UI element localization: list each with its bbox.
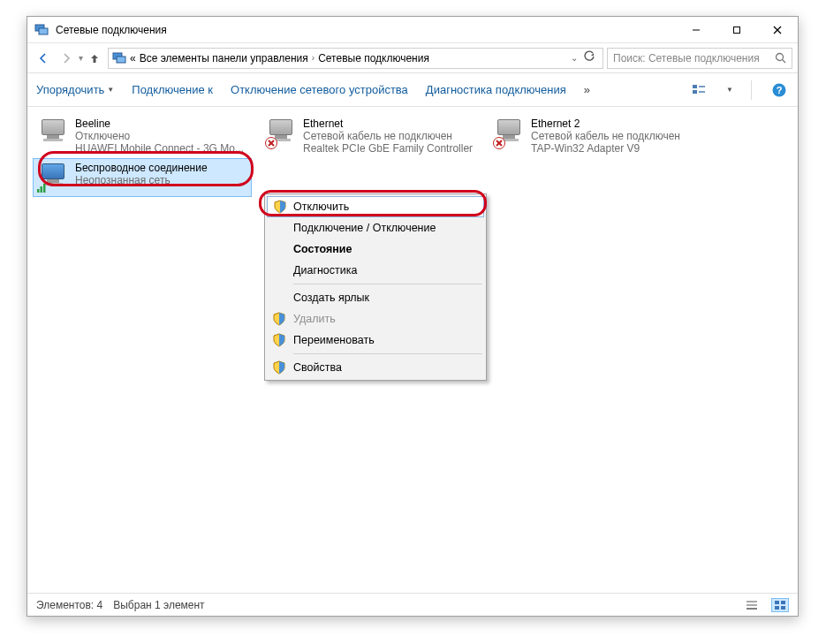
divider bbox=[751, 80, 752, 100]
shield-icon bbox=[273, 200, 287, 214]
connection-status: Сетевой кабель не подключен bbox=[531, 130, 680, 142]
connection-name: Ethernet 2 bbox=[531, 117, 680, 130]
chevron-down-icon: ▼ bbox=[107, 86, 114, 94]
network-adapter-icon bbox=[494, 117, 526, 149]
connection-status: Сетевой кабель не подключен bbox=[303, 130, 473, 142]
connection-item-wireless[interactable]: Беспроводное соединение Неопознанная сет… bbox=[33, 158, 252, 197]
svg-rect-34 bbox=[781, 606, 785, 610]
network-adapter-icon bbox=[38, 117, 70, 149]
connection-device: Realtek PCIe GbE Family Controller bbox=[303, 142, 473, 155]
breadcrumb-dropdown[interactable]: ⌄ bbox=[571, 53, 578, 63]
control-panel-icon bbox=[112, 51, 126, 65]
maximize-button[interactable] bbox=[716, 17, 757, 43]
menu-item-properties[interactable]: Свойства bbox=[267, 357, 484, 378]
command-bar: Упорядочить▼ Подключение к Отключение се… bbox=[27, 73, 798, 107]
connection-item-beeline[interactable]: Beeline Отключено HUAWEI Mobile Connect … bbox=[33, 114, 252, 158]
svg-rect-31 bbox=[775, 601, 779, 604]
nav-forward-button[interactable] bbox=[56, 48, 77, 69]
window-title: Сетевые подключения bbox=[56, 24, 676, 36]
view-dropdown-icon[interactable]: ▼ bbox=[726, 86, 733, 94]
network-adapter-icon bbox=[266, 117, 298, 149]
search-icon bbox=[775, 52, 786, 64]
disconnected-x-icon bbox=[264, 136, 278, 150]
svg-rect-32 bbox=[781, 601, 785, 604]
menu-item-status[interactable]: Состояние bbox=[267, 239, 484, 260]
chevron-right-icon: › bbox=[312, 53, 314, 63]
connection-name: Беспроводное соединение bbox=[75, 162, 208, 174]
nav-back-button[interactable] bbox=[33, 48, 54, 69]
connection-name: Beeline bbox=[75, 117, 244, 130]
signal-bars-icon bbox=[37, 182, 49, 193]
address-bar-row: ▾ « Все элементы панели управления › Сет… bbox=[27, 43, 798, 73]
content-area[interactable]: Beeline Отключено HUAWEI Mobile Connect … bbox=[27, 107, 798, 593]
menu-item-rename[interactable]: Переименовать bbox=[267, 330, 484, 351]
connect-to-button[interactable]: Подключение к bbox=[132, 83, 213, 96]
svg-rect-10 bbox=[693, 85, 697, 88]
menu-item-disable[interactable]: Отключить bbox=[267, 196, 484, 217]
connection-name: Ethernet bbox=[303, 117, 473, 130]
search-box[interactable]: Поиск: Сетевые подключения bbox=[607, 48, 792, 69]
tiles-view-button[interactable] bbox=[771, 598, 789, 612]
svg-line-9 bbox=[783, 60, 786, 64]
app-icon bbox=[34, 23, 49, 37]
window: Сетевые подключения ▾ bbox=[27, 16, 799, 617]
status-bar: Элементов: 4 Выбран 1 элемент bbox=[27, 593, 798, 616]
nav-up-button[interactable] bbox=[85, 49, 104, 68]
connection-status: Неопознанная сеть bbox=[75, 174, 208, 186]
svg-rect-33 bbox=[775, 606, 779, 610]
breadcrumb-seg-1[interactable]: Все элементы панели управления bbox=[140, 52, 308, 64]
view-options-button[interactable] bbox=[689, 80, 709, 100]
shield-icon bbox=[272, 360, 286, 375]
svg-rect-7 bbox=[117, 57, 125, 63]
menu-separator bbox=[293, 353, 482, 354]
svg-rect-11 bbox=[693, 90, 697, 94]
disconnected-x-icon bbox=[492, 136, 506, 150]
breadcrumb-seg-2[interactable]: Сетевые подключения bbox=[318, 52, 429, 64]
svg-rect-24 bbox=[43, 184, 46, 193]
network-adapter-icon bbox=[38, 162, 70, 193]
connection-status: Отключено bbox=[75, 130, 244, 142]
svg-point-8 bbox=[777, 54, 784, 61]
nav-history-dropdown[interactable]: ▾ bbox=[79, 53, 83, 63]
svg-text:?: ? bbox=[777, 85, 783, 95]
toolbar-overflow[interactable]: » bbox=[584, 83, 590, 96]
connection-item-ethernet[interactable]: Ethernet Сетевой кабель не подключен Rea… bbox=[261, 114, 480, 158]
menu-item-create-shortcut[interactable]: Создать ярлык bbox=[267, 287, 484, 308]
shield-icon bbox=[272, 312, 286, 326]
breadcrumb-chevron-left: « bbox=[130, 52, 136, 64]
status-selection: Выбран 1 элемент bbox=[113, 599, 204, 611]
status-item-count: Элементов: 4 bbox=[36, 599, 102, 611]
minimize-button[interactable] bbox=[676, 17, 716, 43]
disable-device-button[interactable]: Отключение сетевого устройства bbox=[231, 83, 408, 96]
search-placeholder: Поиск: Сетевые подключения bbox=[613, 52, 769, 64]
menu-item-diagnose[interactable]: Диагностика bbox=[267, 260, 484, 281]
close-button[interactable] bbox=[757, 17, 798, 43]
breadcrumb[interactable]: « Все элементы панели управления › Сетев… bbox=[108, 48, 603, 69]
svg-rect-23 bbox=[41, 186, 43, 193]
connection-device: HUAWEI Mobile Connect - 3G Mo... bbox=[75, 142, 244, 155]
help-button[interactable]: ? bbox=[769, 80, 789, 100]
connection-device: TAP-Win32 Adapter V9 bbox=[531, 142, 680, 155]
svg-rect-22 bbox=[37, 189, 40, 193]
diagnose-button[interactable]: Диагностика подключения bbox=[426, 83, 566, 96]
menu-item-connect-disconnect[interactable]: Подключение / Отключение bbox=[267, 217, 484, 239]
context-menu: Отключить Подключение / Отключение Состо… bbox=[264, 193, 487, 381]
svg-rect-3 bbox=[734, 27, 740, 33]
menu-item-delete[interactable]: Удалить bbox=[267, 308, 484, 330]
svg-rect-1 bbox=[39, 28, 48, 34]
titlebar: Сетевые подключения bbox=[27, 17, 798, 43]
connection-item-ethernet-2[interactable]: Ethernet 2 Сетевой кабель не подключен T… bbox=[489, 114, 708, 158]
organize-menu[interactable]: Упорядочить▼ bbox=[36, 83, 114, 96]
details-view-button[interactable] bbox=[743, 598, 761, 612]
refresh-button[interactable] bbox=[583, 50, 595, 65]
shield-icon bbox=[272, 333, 286, 347]
menu-separator bbox=[293, 284, 482, 284]
